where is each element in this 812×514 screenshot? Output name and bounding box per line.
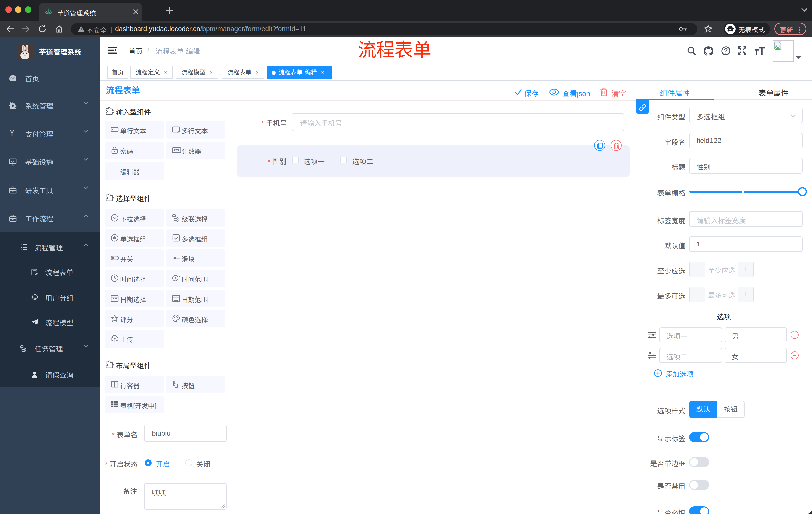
svg-text:123: 123	[173, 148, 179, 152]
